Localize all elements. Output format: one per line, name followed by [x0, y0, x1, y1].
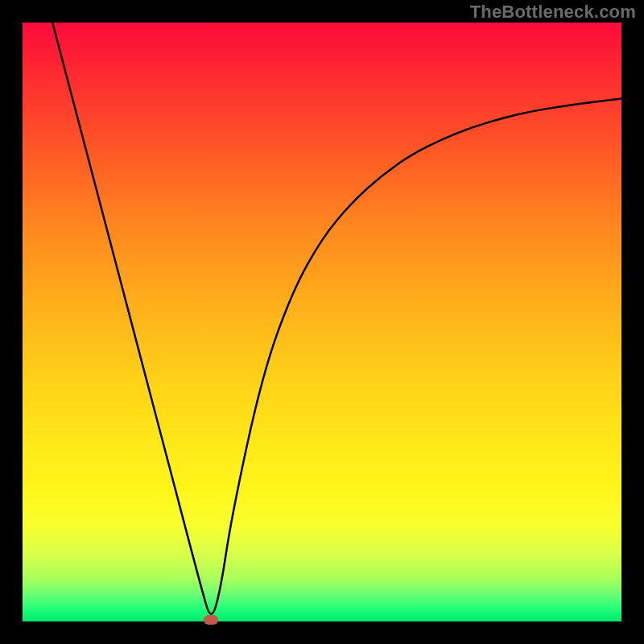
chart-frame: TheBottleneck.com: [0, 0, 644, 644]
watermark-text: TheBottleneck.com: [470, 2, 636, 23]
curve-layer: [23, 23, 621, 621]
minimum-marker: [204, 615, 218, 625]
plot-area: [23, 23, 621, 621]
bottleneck-curve: [52, 23, 621, 614]
